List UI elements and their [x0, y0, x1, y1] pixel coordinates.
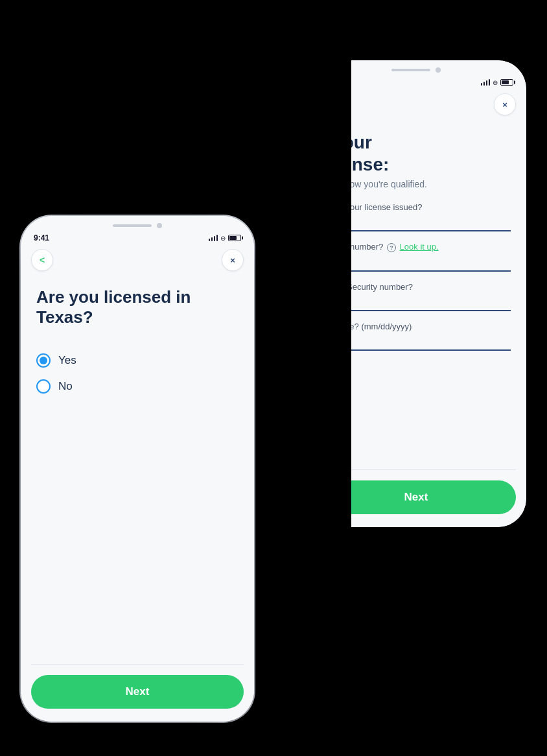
notch-front	[21, 216, 254, 230]
bottom-area-front: Next	[21, 656, 254, 722]
radio-circle-yes	[36, 353, 51, 368]
content-front: Are you licensed in Texas? Yes No	[21, 274, 254, 656]
radio-circle-no	[36, 379, 51, 394]
radio-yes[interactable]: Yes	[36, 353, 239, 368]
radio-label-yes: Yes	[58, 354, 76, 367]
nav-bar-front: < ×	[21, 246, 254, 274]
signal-icon-front	[209, 235, 218, 241]
notch-circle-back	[436, 67, 441, 73]
field-label-4: birthdate? (mm/dd/yyyy)	[351, 322, 511, 331]
lookup-link[interactable]: Look it up.	[400, 242, 439, 252]
phone-front: 9:41 ⊖ <	[21, 216, 254, 722]
radio-label-no: No	[58, 380, 73, 393]
section-title-back: t your license:	[351, 132, 511, 175]
status-bar-back: 9:41 ⊖	[351, 75, 526, 90]
battery-icon-back	[500, 79, 513, 86]
field-label-2: license number? ? Look it up.	[351, 242, 511, 252]
input-license-number[interactable]	[351, 255, 511, 272]
notch-circle-front	[157, 223, 162, 228]
field-license-number: license number? ? Look it up.	[351, 242, 511, 272]
scene: 9:41 ⊖	[21, 34, 526, 722]
radio-group: Yes No	[36, 348, 239, 399]
notch-back	[351, 60, 526, 75]
close-button-front[interactable]: ×	[222, 249, 244, 271]
battery-icon-front	[228, 235, 241, 241]
bottom-area-back: Next	[351, 462, 526, 527]
back-button-front[interactable]: <	[31, 249, 53, 271]
time-front: 9:41	[34, 233, 49, 242]
input-birthdate[interactable]	[351, 334, 511, 351]
signal-icon-back	[481, 79, 491, 86]
notch-bar-back	[391, 69, 430, 71]
next-button-front[interactable]: Next	[31, 675, 244, 709]
field-birthdate: birthdate? (mm/dd/yyyy)	[351, 322, 511, 351]
notch-bar-front	[113, 224, 152, 227]
next-button-back[interactable]: Next	[351, 480, 516, 514]
status-icons-front: ⊖	[209, 235, 242, 242]
field-license-issued: e was your license issued?	[351, 202, 511, 231]
field-ssn: Social Security number?	[351, 282, 511, 311]
nav-bar-back: < ×	[351, 90, 526, 119]
radio-no[interactable]: No	[36, 379, 239, 394]
status-icons-back: ⊖	[481, 79, 514, 86]
content-back: t your license: ities know you're qualif…	[351, 119, 526, 462]
field-label-1: e was your license issued?	[351, 202, 511, 212]
field-label-3: Social Security number?	[351, 282, 511, 292]
input-license-issued[interactable]	[351, 215, 511, 231]
help-icon-2: ?	[387, 243, 396, 252]
back-chevron-front: <	[40, 255, 45, 265]
status-bar-front: 9:41 ⊖	[21, 230, 254, 246]
wifi-icon-front: ⊖	[220, 235, 226, 242]
section-description-back: ities know you're qualified.	[351, 179, 511, 189]
question-title: Are you licensed in Texas?	[36, 287, 239, 327]
divider-front	[31, 664, 244, 665]
wifi-icon-back: ⊖	[493, 79, 498, 86]
close-button-back[interactable]: ×	[494, 93, 516, 115]
close-icon-front: ×	[230, 255, 235, 265]
input-ssn[interactable]	[351, 294, 511, 311]
phone-back: 9:41 ⊖	[351, 60, 526, 527]
close-icon-back: ×	[502, 100, 507, 110]
divider-back	[351, 469, 516, 470]
